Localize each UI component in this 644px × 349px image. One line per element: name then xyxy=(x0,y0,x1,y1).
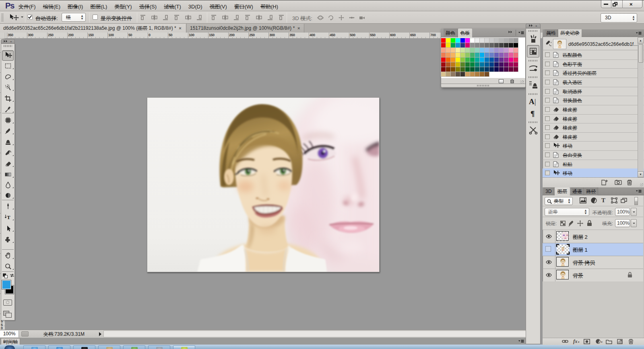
svg-text:T: T xyxy=(7,214,10,220)
